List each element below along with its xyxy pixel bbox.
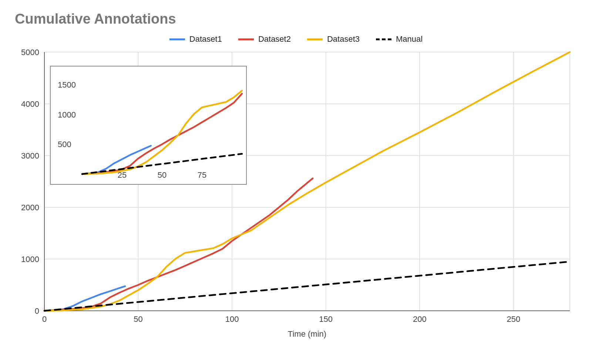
- chart-page: Cumulative Annotations Dataset1 Dataset2…: [0, 0, 592, 364]
- svg-text:500: 500: [58, 140, 71, 149]
- main-chart-svg: 050100150200250010002000300040005000 Tim…: [15, 46, 577, 342]
- legend-swatch-manual: [376, 38, 391, 40]
- svg-text:1500: 1500: [58, 80, 76, 89]
- svg-text:1000: 1000: [58, 110, 76, 119]
- svg-text:1000: 1000: [21, 255, 39, 264]
- legend-label-dataset2: Dataset2: [258, 34, 291, 44]
- svg-text:50: 50: [134, 314, 142, 324]
- legend-item-manual: Manual: [376, 34, 423, 44]
- svg-text:75: 75: [198, 170, 206, 180]
- legend-swatch-dataset2: [238, 38, 254, 40]
- svg-text:0: 0: [42, 314, 47, 324]
- svg-text:200: 200: [413, 314, 427, 324]
- chart-legend: Dataset1 Dataset2 Dataset3 Manual: [15, 34, 577, 44]
- legend-swatch-dataset1: [169, 38, 185, 40]
- legend-label-dataset3: Dataset3: [327, 34, 360, 44]
- series-dataset2: [44, 178, 313, 311]
- legend-label-manual: Manual: [396, 34, 423, 44]
- svg-text:250: 250: [507, 314, 520, 324]
- legend-item-dataset3: Dataset3: [307, 34, 360, 44]
- svg-text:50: 50: [158, 170, 166, 180]
- legend-label-dataset1: Dataset1: [189, 34, 222, 44]
- legend-item-dataset2: Dataset2: [238, 34, 291, 44]
- svg-text:5000: 5000: [21, 48, 39, 57]
- x-axis-title: Time (min): [288, 329, 326, 339]
- svg-text:0: 0: [35, 306, 39, 316]
- legend-item-dataset1: Dataset1: [169, 34, 222, 44]
- svg-rect-27: [50, 66, 246, 184]
- inset-chart: 50010001500255075: [50, 66, 246, 184]
- legend-swatch-dataset3: [307, 38, 323, 40]
- svg-text:2000: 2000: [21, 203, 39, 212]
- svg-text:150: 150: [319, 314, 333, 324]
- svg-text:100: 100: [225, 314, 239, 324]
- svg-text:4000: 4000: [21, 99, 39, 109]
- svg-text:3000: 3000: [21, 151, 39, 160]
- chart-title: Cumulative Annotations: [15, 11, 577, 27]
- chart-area: 050100150200250010002000300040005000 Tim…: [15, 46, 577, 342]
